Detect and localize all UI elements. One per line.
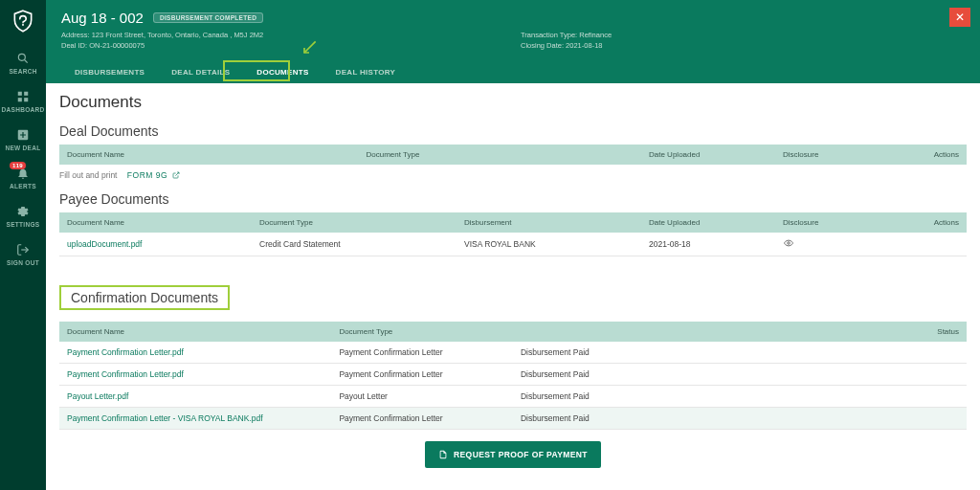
doc-status: Disbursement Paid [513,342,967,364]
page-title: Documents [59,93,967,112]
svg-point-5 [788,241,791,244]
section-payee-docs-title: Payee Documents [59,191,967,207]
helper-text: Fill out and print FORM 9G [59,170,967,180]
th-disclosure: Disclosure [775,145,909,165]
table-row: Payment Confirmation Letter.pdf Payment … [59,363,967,385]
doc-status: Disbursement Paid [513,363,967,385]
doc-actions [909,233,967,256]
doc-type: Payout Letter [331,385,513,407]
content-area: Documents Deal Documents Document Name D… [46,83,980,491]
conf-docs-table: Document Name Document Type Status Payme… [59,322,967,430]
doc-disb: VISA ROYAL BANK [457,233,641,256]
nav-search[interactable]: SEARCH [0,44,46,82]
request-proof-button[interactable]: REQUEST PROOF OF PAYMENT [425,441,601,468]
nav-label: NEW DEAL [5,145,40,151]
section-deal-docs-title: Deal Documents [59,123,967,139]
nav-settings[interactable]: SETTINGS [0,197,46,235]
doc-type: Payment Confirmation Letter [331,407,513,429]
main-panel: ✕ Aug 18 - 002 DISBURSEMENT COMPLETED Ad… [46,0,980,490]
table-row: Payment Confirmation Letter.pdf Payment … [59,342,967,364]
th-actions: Actions [909,212,967,233]
table-row: Payment Confirmation Letter - VISA ROYAL… [59,407,967,429]
status-chip: DISBURSEMENT COMPLETED [153,12,263,23]
eye-icon[interactable] [783,238,794,248]
payee-docs-table: Document Name Document Type Disbursement… [59,212,967,256]
th-status: Status [513,322,967,342]
th-type: Document Type [252,212,457,233]
doc-link[interactable]: uploadDocument.pdf [59,233,252,256]
doc-type: Payment Confirmation Letter [331,342,513,364]
th-actions: Actions [909,145,967,165]
nav-label: ALERTS [10,183,36,189]
request-proof-label: REQUEST PROOF OF PAYMENT [454,450,588,459]
deal-docs-table: Document Name Document Type Date Uploade… [59,145,967,165]
deal-id: Deal ID: ON-21-00000075 [61,40,521,51]
svg-rect-1 [18,92,22,96]
th-name: Document Name [59,322,331,342]
svg-point-0 [18,54,25,60]
doc-type: Credit Card Statement [252,233,457,256]
tab-documents[interactable]: DOCUMENTS [243,61,322,83]
svg-rect-4 [24,98,28,101]
form-9g-link[interactable]: FORM 9G [127,170,180,180]
doc-type: Payment Confirmation Letter [331,363,513,385]
svg-rect-3 [18,98,22,101]
nav-label: SETTINGS [7,221,40,228]
deal-address: Address: 123 Front Street, Toronto, Onta… [61,30,521,40]
txn-type: Transaction Type: Refinance [521,30,612,40]
th-doc-name: Document Name [59,145,359,165]
svg-rect-2 [24,92,28,96]
nav-new-deal[interactable]: NEW DEAL [0,121,46,159]
close-button[interactable]: ✕ [949,8,970,27]
closing-date: Closing Date: 2021-08-18 [521,40,612,51]
th-date: Date Uploaded [641,212,775,233]
nav-signout[interactable]: SIGN OUT [0,235,46,274]
section-conf-docs-title: Confirmation Documents [59,285,230,310]
app-logo [10,8,36,34]
nav-label: SEARCH [9,68,36,75]
nav-label: DASHBOARD [2,106,45,113]
th-date: Date Uploaded [641,145,775,165]
deal-header: ✕ Aug 18 - 002 DISBURSEMENT COMPLETED Ad… [46,0,980,83]
th-type: Document Type [331,322,513,342]
th-name: Document Name [59,212,252,233]
table-row: uploadDocument.pdf Credit Card Statement… [59,233,967,256]
doc-link[interactable]: Payment Confirmation Letter - VISA ROYAL… [59,407,331,429]
doc-link[interactable]: Payment Confirmation Letter.pdf [59,342,331,364]
nav-dashboard[interactable]: DASHBOARD [0,82,46,121]
doc-status: Disbursement Paid [513,407,967,429]
tab-bar: DISBURSEMENTS DEAL DETAILS DOCUMENTS DEA… [61,61,965,83]
deal-title: Aug 18 - 002 [61,10,144,26]
tab-disbursements[interactable]: DISBURSEMENTS [61,61,158,83]
sidebar: SEARCH DASHBOARD NEW DEAL 119 ALERTS SET… [0,0,46,490]
doc-link[interactable]: Payout Letter.pdf [59,385,331,407]
doc-date: 2021-08-18 [641,233,775,256]
nav-label: SIGN OUT [7,259,39,266]
th-doc-type: Document Type [359,145,642,165]
tab-deal-details[interactable]: DEAL DETAILS [158,61,243,83]
doc-link[interactable]: Payment Confirmation Letter.pdf [59,363,331,385]
nav-alerts[interactable]: 119 ALERTS [0,159,46,197]
doc-status: Disbursement Paid [513,385,967,407]
tab-deal-history[interactable]: DEAL HISTORY [323,61,410,83]
th-disclosure: Disclosure [775,212,909,233]
th-disb: Disbursement [457,212,641,233]
table-row: Payout Letter.pdf Payout Letter Disburse… [59,385,967,407]
alerts-badge: 119 [10,162,26,169]
annotation-arrow [300,38,319,57]
doc-disclosure [775,233,909,256]
